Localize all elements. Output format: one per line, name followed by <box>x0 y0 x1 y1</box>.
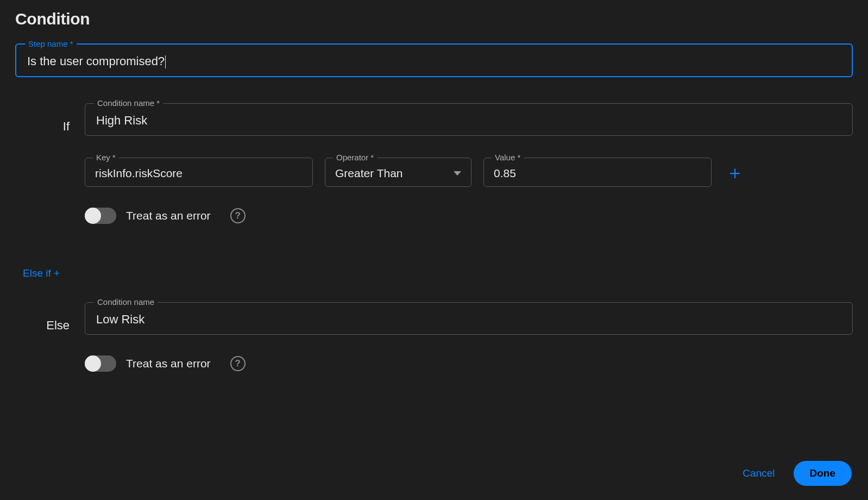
key-label: Key * <box>93 153 119 162</box>
if-label: If <box>15 103 70 134</box>
else-treat-as-error-toggle[interactable] <box>85 355 116 372</box>
help-icon[interactable]: ? <box>230 208 246 223</box>
else-label: Else <box>15 302 70 333</box>
else-condition-name-wrapper[interactable]: Condition name <box>85 302 853 335</box>
operator-field-wrapper[interactable]: Operator * Greater Than <box>325 158 471 187</box>
value-field-wrapper[interactable]: Value * <box>483 158 712 187</box>
help-icon[interactable]: ? <box>230 356 246 371</box>
chevron-down-icon <box>454 171 461 176</box>
else-condition-name-input[interactable] <box>96 312 841 327</box>
if-condition-name-label: Condition name * <box>94 98 163 108</box>
operator-label: Operator * <box>333 153 377 162</box>
else-if-add-link[interactable]: Else if + <box>23 267 60 279</box>
if-section: If Condition name * Key * Operator * Gre… <box>15 103 853 224</box>
done-button[interactable]: Done <box>794 461 852 486</box>
dialog-footer: Cancel Done <box>743 461 852 486</box>
text-cursor <box>165 55 166 68</box>
key-input[interactable] <box>95 167 303 180</box>
else-treat-as-error-label: Treat as an error <box>126 357 211 370</box>
add-condition-icon[interactable]: ＋ <box>724 163 746 182</box>
if-condition-name-wrapper[interactable]: Condition name * <box>85 103 853 136</box>
value-input[interactable] <box>494 167 701 180</box>
else-condition-name-label: Condition name <box>94 297 158 307</box>
cancel-button[interactable]: Cancel <box>743 467 775 479</box>
key-field-wrapper[interactable]: Key * <box>85 158 313 187</box>
step-name-label: Step name * <box>25 39 77 48</box>
toggle-knob <box>85 355 101 372</box>
operator-select[interactable]: Greater Than <box>335 167 403 180</box>
condition-expression-row: Key * Operator * Greater Than Value * ＋ <box>85 158 853 187</box>
value-label: Value * <box>492 153 524 162</box>
step-name-field-wrapper[interactable]: Step name * Is the user compromised? <box>15 43 853 77</box>
if-treat-as-error-toggle[interactable] <box>85 208 116 224</box>
step-name-input[interactable]: Is the user compromised? <box>27 54 165 68</box>
if-treat-as-error-row: Treat as an error ? <box>85 208 853 224</box>
page-title: Condition <box>15 10 853 28</box>
else-treat-as-error-row: Treat as an error ? <box>85 355 853 372</box>
else-section: Else Condition name Treat as an error ? <box>15 302 853 372</box>
if-condition-name-input[interactable] <box>96 114 841 128</box>
if-treat-as-error-label: Treat as an error <box>126 209 211 222</box>
toggle-knob <box>85 208 101 224</box>
